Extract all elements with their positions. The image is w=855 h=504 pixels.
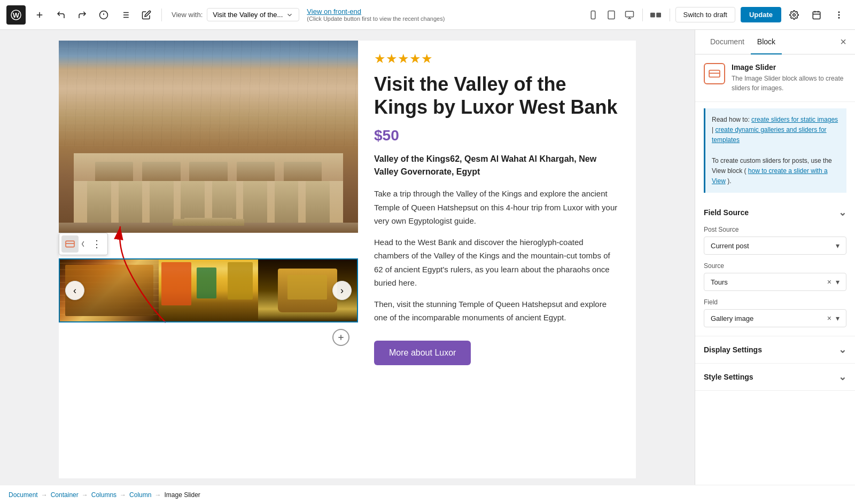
field-source-section: Field Source ⌄ Post Source Current post …: [695, 199, 855, 336]
display-settings-title: Display Settings: [704, 345, 762, 354]
field-source-chevron-up: ⌄: [838, 207, 846, 218]
thumbnails-container: ‹: [59, 258, 358, 322]
more-tools-button[interactable]: [647, 6, 664, 23]
source-chevron: ▾: [836, 278, 840, 286]
view-with-label: View with:: [172, 11, 203, 19]
panel-tabs: Document Block ×: [695, 30, 855, 54]
source-select[interactable]: Tours × ▾: [704, 273, 846, 291]
breadcrumb-container[interactable]: Container: [51, 491, 79, 499]
style-settings-title: Style Settings: [704, 373, 753, 381]
block-info-text: Image Slider The Image Slider block allo…: [732, 63, 846, 93]
display-settings-chevron: ⌄: [838, 344, 846, 356]
source-select-row: Tours × ▾: [704, 273, 846, 298]
view-frontend-link[interactable]: View on front-end (Click Update button f…: [307, 7, 445, 22]
price-display: $50: [374, 127, 620, 144]
svg-rect-17: [625, 11, 633, 17]
info-button[interactable]: [94, 5, 113, 25]
more-block-options-button[interactable]: ⋮: [88, 235, 105, 253]
display-settings-header[interactable]: Display Settings ⌄: [695, 336, 855, 363]
wp-logo: W: [6, 5, 26, 25]
source-clear-button[interactable]: ×: [827, 278, 831, 286]
svg-point-29: [838, 17, 840, 18]
list-view-button[interactable]: [115, 5, 135, 25]
info-box: Read how to: create sliders for static i…: [704, 108, 846, 193]
toolbar-divider-3: [670, 9, 670, 21]
block-info-section: Image Slider The Image Slider block allo…: [695, 54, 855, 102]
description-3: Then, visit the stunning Temple of Queen…: [374, 297, 620, 325]
tab-document[interactable]: Document: [704, 30, 751, 54]
image-slider-toolbar: ⋮: [59, 233, 108, 255]
block-description: The Image Slider block allows to create …: [732, 74, 846, 93]
schedule-button[interactable]: [807, 5, 826, 25]
more-about-luxor-button[interactable]: More about Luxor: [374, 341, 471, 365]
field-label-text: Field: [704, 298, 846, 306]
add-block-below-button[interactable]: [332, 329, 349, 346]
update-button[interactable]: Update: [741, 7, 781, 22]
star-rating: ★★★★★: [374, 51, 620, 66]
info-text-1: Read how to:: [712, 116, 750, 123]
info-link-1[interactable]: create sliders for static images: [751, 116, 838, 123]
main-image: [59, 41, 358, 233]
more-options-button[interactable]: [829, 5, 849, 25]
slider-thumbnails: ‹: [59, 258, 358, 322]
block-type-icon: [704, 63, 725, 84]
page-content: ⋮ ▴ ⠿ ▾ ‹: [59, 41, 636, 376]
undo-button[interactable]: [51, 5, 71, 25]
style-settings-section: Style Settings ⌄: [695, 364, 855, 391]
settings-button[interactable]: [784, 5, 804, 25]
thumbnail-2[interactable]: [159, 259, 258, 321]
breadcrumb-columns[interactable]: Columns: [91, 491, 116, 499]
editor-area: ⋮ ▴ ⠿ ▾ ‹: [0, 30, 695, 485]
block-title: Image Slider: [732, 63, 846, 72]
svg-text:W: W: [13, 11, 20, 19]
slider-next-button[interactable]: ›: [332, 281, 352, 300]
field-source-content: Post Source Current post ▾ Source Tours …: [695, 226, 855, 336]
breadcrumb-column[interactable]: Column: [129, 491, 151, 499]
location-text: Valley of the Kings62, Qesm Al Wahat Al …: [374, 153, 620, 178]
desktop-view-button[interactable]: [621, 6, 638, 23]
breadcrumb-bar: Document → Container → Columns → Column …: [0, 485, 855, 504]
post-source-chevron: ▾: [836, 241, 840, 250]
style-settings-chevron: ⌄: [838, 371, 846, 383]
image-slider-block[interactable]: ⋮ ▴ ⠿ ▾ ‹: [59, 41, 358, 376]
svg-point-22: [793, 13, 796, 16]
editor-toolbar: W View with: Visit the Valley of the... …: [0, 0, 855, 30]
view-selector-text: Visit the Valley of the...: [213, 11, 283, 19]
switch-to-draft-button[interactable]: Switch to draft: [675, 7, 735, 22]
svg-point-27: [838, 12, 840, 13]
post-source-select[interactable]: Current post ▾: [704, 237, 846, 255]
field-source-header[interactable]: Field Source ⌄: [695, 199, 855, 226]
field-select-row: Gallery image × ▾: [704, 309, 846, 327]
svg-rect-20: [650, 12, 655, 17]
field-clear-button[interactable]: ×: [827, 314, 831, 322]
edit-button[interactable]: [137, 5, 156, 25]
field-select[interactable]: Gallery image × ▾: [704, 309, 846, 327]
panel-close-button[interactable]: ×: [840, 36, 846, 48]
device-buttons: [585, 6, 664, 23]
add-block-toolbar-button[interactable]: [30, 5, 49, 25]
style-settings-header[interactable]: Style Settings ⌄: [695, 364, 855, 390]
post-source-label: Post Source: [704, 226, 846, 233]
description-1: Take a trip through the Valley of the Ki…: [374, 187, 620, 228]
slider-prev-button[interactable]: ‹: [65, 281, 84, 300]
redo-button[interactable]: [73, 5, 92, 25]
thumbnails-row: [60, 259, 357, 321]
editor-content: ⋮ ▴ ⠿ ▾ ‹: [59, 41, 636, 478]
right-panel: Document Block × Image Slider The Image …: [695, 30, 855, 485]
svg-point-28: [838, 14, 840, 15]
breadcrumb-document[interactable]: Document: [9, 491, 38, 499]
mobile-view-button[interactable]: [585, 6, 602, 23]
image-slider-tool-icon[interactable]: [61, 235, 79, 253]
tab-block[interactable]: Block: [751, 30, 782, 54]
toolbar-divider-1: [161, 9, 162, 21]
source-label: Source: [704, 262, 846, 270]
tablet-view-button[interactable]: [603, 6, 620, 23]
field-chevron: ▾: [836, 314, 840, 322]
page-text-content: ★★★★★ Visit the Valley of the Kings by L…: [358, 41, 636, 376]
view-selector[interactable]: Visit the Valley of the...: [207, 8, 299, 21]
breadcrumb-image-slider[interactable]: Image Slider: [164, 491, 200, 499]
info-link-2[interactable]: create dynamic galleries and sliders for…: [712, 126, 827, 144]
toolbar-divider-2: [642, 9, 643, 21]
svg-rect-21: [656, 12, 661, 17]
page-title: Visit the Valley of the Kings by Luxor W…: [374, 73, 620, 119]
